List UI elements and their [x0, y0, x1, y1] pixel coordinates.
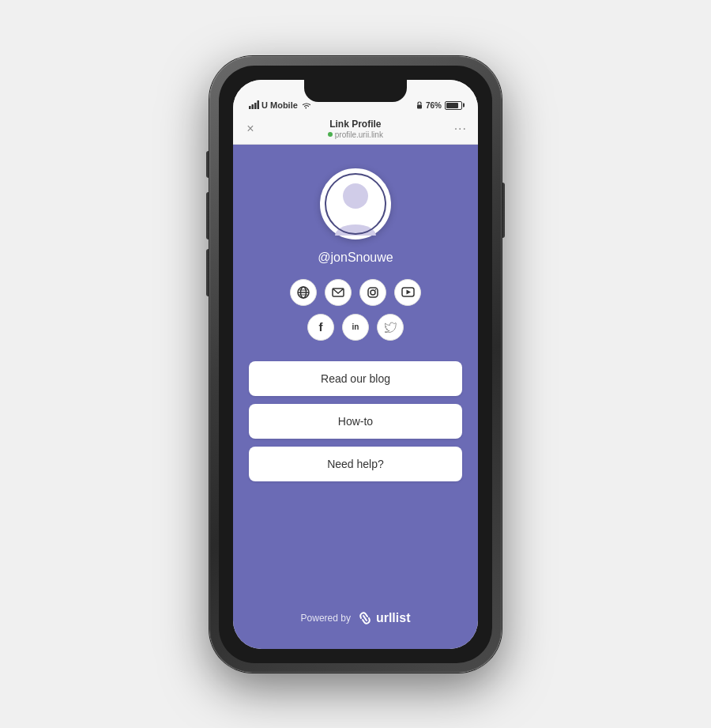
instagram-social-btn[interactable]	[359, 279, 386, 306]
phone-notch	[304, 80, 407, 102]
browser-url-bar: Link Profile profile.urii.link	[263, 119, 448, 138]
svg-rect-2	[254, 103, 257, 109]
svg-rect-0	[249, 106, 251, 109]
footer-logo: urllist	[357, 611, 411, 625]
phone-shell: U Mobile 76%	[209, 56, 502, 673]
page-content: @jonSnouwe	[233, 145, 478, 649]
twitter-social-btn[interactable]	[377, 314, 404, 341]
avatar	[324, 172, 387, 236]
browser-close-button[interactable]: ×	[244, 123, 257, 135]
svg-point-6	[343, 183, 368, 209]
link-buttons-container: Read our blog How-to Need help?	[249, 361, 462, 481]
svg-rect-3	[258, 100, 260, 109]
phone-inner: U Mobile 76%	[219, 66, 492, 663]
avatar-container	[320, 168, 391, 240]
svg-marker-18	[406, 290, 411, 295]
browser-title: Link Profile	[263, 119, 448, 130]
carrier-name: U Mobile	[261, 100, 298, 110]
lock-icon	[416, 101, 423, 109]
svg-rect-1	[252, 104, 254, 109]
svg-rect-14	[368, 288, 378, 297]
urllist-brand-name: urllist	[376, 611, 411, 625]
twitter-icon	[384, 322, 397, 333]
youtube-icon	[401, 287, 415, 297]
social-icons-row1	[290, 279, 421, 306]
globe-icon	[297, 286, 310, 299]
urllist-logo-icon	[357, 611, 373, 625]
linkedin-social-btn[interactable]: in	[342, 314, 369, 341]
how-to-button[interactable]: How-to	[249, 404, 462, 439]
svg-point-16	[375, 289, 377, 290]
svg-rect-4	[417, 105, 422, 109]
page-footer: Powered by urllist	[249, 595, 462, 633]
social-icons-row2: f in	[307, 314, 404, 341]
phone-device: U Mobile 76%	[209, 56, 502, 673]
browser-url: profile.urii.link	[263, 130, 448, 139]
username: @jonSnouwe	[318, 251, 393, 265]
url-text: profile.urii.link	[335, 130, 383, 139]
battery-icon	[445, 101, 462, 110]
instagram-icon	[367, 286, 379, 299]
website-social-btn[interactable]	[290, 279, 317, 306]
svg-point-15	[371, 290, 375, 295]
need-help-button[interactable]: Need help?	[249, 447, 462, 481]
status-bar-right: 76%	[416, 101, 462, 110]
email-icon	[332, 288, 344, 297]
read-blog-button[interactable]: Read our blog	[249, 361, 462, 396]
svg-line-19	[363, 616, 367, 620]
youtube-social-btn[interactable]	[394, 279, 421, 306]
wifi-icon	[302, 101, 311, 109]
signal-icon	[249, 100, 260, 109]
facebook-social-btn[interactable]: f	[307, 314, 334, 341]
browser-menu-button[interactable]: ···	[454, 122, 467, 136]
email-social-btn[interactable]	[325, 279, 352, 306]
status-bar-left: U Mobile	[249, 100, 311, 110]
secure-icon	[328, 132, 333, 137]
phone-screen: U Mobile 76%	[233, 80, 478, 649]
powered-by-text: Powered by	[301, 613, 351, 624]
browser-nav-bar: × Link Profile profile.urii.link ···	[233, 115, 478, 145]
battery-percent: 76%	[426, 101, 442, 110]
